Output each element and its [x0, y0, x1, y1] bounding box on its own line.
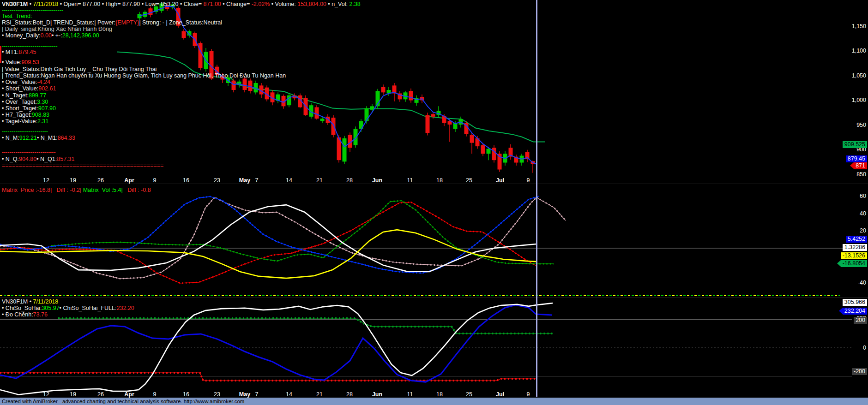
panel1-info-line: • Value:909.53 [2, 59, 39, 66]
date-tick-label: 11 [407, 177, 413, 184]
panel3-info-line-part: 7/11/2018 [33, 298, 59, 305]
date-tick-label: 28 [346, 177, 353, 184]
panel1-info-line: • Money_Daily:0.00• +-:28,142,396.00 [2, 32, 99, 39]
value-tick-label: 1,000 [852, 97, 866, 103]
value-badge: 5.4252 [846, 236, 867, 243]
candle-body [381, 87, 386, 93]
panel3-info-line-part: • ChiSo_SoHai_FULL: [60, 305, 117, 311]
panel1-info-line-part: | Trend_Status:Ngan Han chuyên tu Xu Huo… [2, 72, 286, 79]
panel1-info-line-part: RSI_Status:Bott_D| TREND_Status:| Power: [2, 19, 115, 26]
value-badge: -13.1526 [841, 252, 867, 259]
panel1-info-line-part: ------------------------ [2, 128, 48, 135]
panel1-info-line-part: ----------------------------- [2, 43, 58, 49]
value-tick-label: 40 [860, 210, 866, 217]
date-tick-label: 12 [43, 177, 49, 184]
matrix-title-line-part: Matrix_Price :-16.8| [2, 187, 52, 193]
quote-header-line: VN30F1M • 7/11/2018 • Open= 877.00 • Hig… [2, 1, 361, 7]
badge-arrow-icon [850, 162, 854, 169]
matrix_red-line [0, 202, 536, 283]
value-badge: 1.32286 [843, 244, 867, 251]
chart-cursor-line[interactable] [536, 0, 537, 397]
badge-arrow-icon [839, 308, 843, 314]
chiso-indicator-chart[interactable] [0, 298, 868, 405]
panel1-info-line-part: • N_Taget: [2, 92, 29, 99]
panel3-info-line: • Đo Chênh:73.76 [2, 311, 48, 318]
panel1-info-line: • H7_Taget:908.83 [2, 112, 49, 118]
panel1-info-line-part: • H7_Taget: [2, 112, 32, 118]
candle-body [243, 78, 247, 90]
candle-body [149, 8, 153, 15]
panel1-info-line: | Value_Status:Đinh Gia Tich Luy _ Cho T… [2, 66, 157, 72]
panel3-info-line-part: • [28, 298, 33, 305]
matrix-title-line-part: Diff : -0.8 [123, 187, 151, 193]
price-candlestick-chart[interactable] [0, 0, 868, 184]
value-badge: -200 [852, 368, 867, 375]
panel1-info-line-part: • N_Q: [2, 156, 19, 162]
date-tick-label: 18 [436, 391, 443, 398]
panel1-info-line-part: • N_M: [2, 135, 19, 141]
panel1-info-line: • Over_Value:-4.24 [2, 79, 50, 85]
candle-body [138, 14, 142, 18]
matrix-oscillator-chart[interactable] [0, 184, 868, 298]
candle-body [320, 119, 325, 121]
panel1-info-line-part: -4.24 [37, 79, 50, 85]
candle-body [492, 148, 496, 160]
value-tick-label: 1,050 [852, 72, 866, 79]
panel3-info-line-part: • ChiSo_SoHai: [2, 305, 42, 311]
panel1-info-line-part: | Daily_singal:Không Xác Nhân Hành Đông [2, 26, 112, 32]
date-tick-label: 23 [214, 391, 220, 398]
date-tick-label: 14 [286, 177, 292, 184]
value-badge: 200 [854, 317, 867, 324]
panel1-info-line: • N_Taget:899.77 [2, 92, 46, 99]
candle-body [448, 121, 452, 124]
panel1-info-line-part: • Taget-Value: [2, 118, 37, 125]
left-marker-tick [0, 46, 1, 63]
panel1-info-line-part: • Value: [2, 59, 21, 66]
matrix_blue-dots [0, 196, 539, 273]
panel-separator-dashed-line [0, 295, 840, 296]
quote-header-line-part: 7/11/2018 [33, 1, 59, 7]
panel3-info-line-part: • Đo Chênh: [2, 311, 33, 318]
panel1-info-line-part: 912.21 [19, 135, 37, 141]
panel1-info-line-part: 908.83 [32, 112, 49, 118]
panel1-info-line: ------------------------ [2, 128, 48, 135]
panel1-info-line-part: • Short_Value: [2, 85, 38, 92]
date-tick-label: Jun [372, 391, 382, 398]
date-tick-label: 28 [346, 391, 353, 398]
date-tick-label: 21 [316, 391, 323, 398]
date-tick-label: 26 [97, 391, 104, 398]
amibroker-chart-window: --------------------------------Test_Tre… [0, 0, 868, 405]
date-tick-label: 25 [466, 391, 472, 398]
date-tick-label: 23 [214, 177, 220, 184]
matrix_white-line [0, 205, 536, 272]
panel1-info-line: ========================================… [2, 162, 163, 169]
panel1-info-line-part: | Value_Status:Đinh Gia Tich Luy _ Cho T… [2, 66, 157, 72]
panel1-info-line-part: ========================================… [2, 162, 163, 169]
date-tick-label: 11 [407, 391, 413, 398]
status-bar-text: Created with AmiBroker - advanced charti… [2, 399, 244, 404]
chiso_red_step-dots [0, 373, 536, 381]
date-tick-label: 18 [436, 177, 443, 184]
panel1-info-line-part: • Short_Taget: [2, 105, 38, 112]
matrix_pink-line [0, 197, 566, 279]
matrix-title-line-part: Matrix_Vol :5.4| [83, 187, 123, 193]
candle-body [343, 138, 347, 161]
value-badge: 871 [854, 162, 867, 169]
date-tick-label: Apr [124, 391, 134, 398]
quote-header-line-part: • Open= 877.00 • High= 877.90 • Low= 853… [58, 1, 203, 7]
date-tick-label: Apr [124, 177, 134, 184]
candle-body [365, 108, 369, 121]
panel1-info-line-part: 902.61 [38, 85, 56, 92]
value-tick-label: 850 [856, 171, 866, 178]
panel1-info-line-part: 879.45 [18, 49, 36, 55]
date-tick-label: 9 [153, 391, 157, 398]
date-tick-label: Jun [372, 177, 382, 184]
panel1-info-line: ----------------------------- [2, 43, 58, 49]
panel3-info-line-part: 305.97 [42, 305, 59, 311]
quote-header-line-part: • [28, 1, 33, 7]
date-tick-label: 16 [183, 177, 189, 184]
panel1-info-line-part: Test_Trend: [2, 13, 32, 19]
date-tick-label: May [239, 391, 250, 398]
panel1-info-line-part: • MT1: [2, 49, 18, 55]
panel1-info-line-part: 857.31 [57, 156, 74, 162]
